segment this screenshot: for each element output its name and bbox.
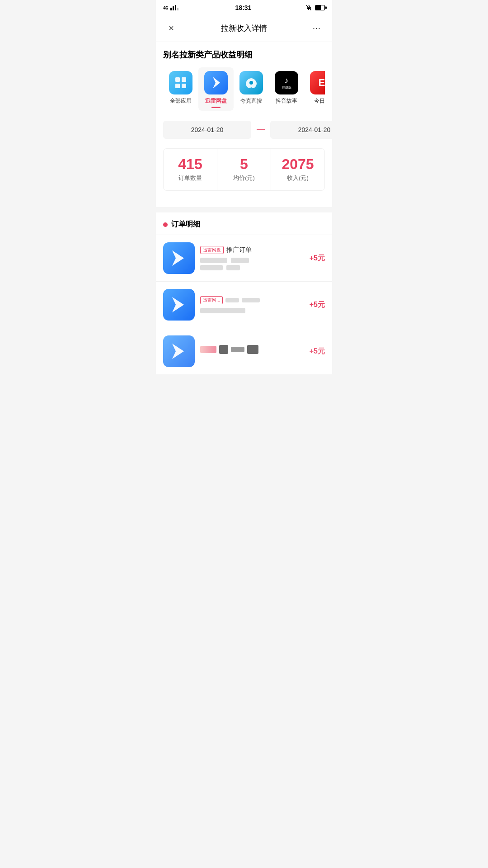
blurred-field-1 bbox=[200, 258, 227, 263]
order-title-row: 迅雷网盘 推广订单 bbox=[200, 246, 304, 254]
order-app-icon bbox=[163, 242, 195, 274]
order-title-row bbox=[200, 345, 304, 354]
order-details bbox=[200, 258, 304, 270]
revenue-value: 2075 bbox=[275, 157, 321, 171]
date-separator: — bbox=[255, 125, 267, 134]
svg-text:4G: 4G bbox=[163, 5, 168, 10]
svg-rect-4 bbox=[177, 8, 178, 10]
order-app-badge: 迅雷网盘 bbox=[200, 246, 224, 254]
tab-jinri[interactable]: E 今日... bbox=[304, 67, 325, 111]
blurred-icon-1 bbox=[219, 345, 228, 354]
svg-rect-1 bbox=[170, 8, 172, 10]
page-content: 别名拉新类产品收益明细 全部应用 迅雷网盘 bbox=[156, 42, 332, 207]
douyin-icon: ♪ 挂载版 bbox=[275, 71, 298, 94]
svg-marker-14 bbox=[172, 250, 184, 266]
order-amount: +5元 bbox=[310, 254, 325, 263]
revenue-label: 收入(元) bbox=[275, 174, 321, 182]
order-info: 迅雷网盘 推广订单 bbox=[200, 246, 304, 270]
order-count-value: 415 bbox=[167, 157, 213, 171]
svg-marker-12 bbox=[213, 77, 220, 89]
blurred-field-5 bbox=[200, 308, 245, 313]
blurred-field-2 bbox=[231, 258, 249, 263]
order-item[interactable]: 迅雷网... +5元 bbox=[156, 281, 332, 328]
order-section: 订单明细 迅雷网盘 推广订单 bbox=[156, 212, 332, 374]
svg-rect-11 bbox=[182, 84, 186, 88]
order-title-row: 迅雷网... bbox=[200, 296, 304, 304]
order-app-badge: 迅雷网... bbox=[200, 296, 223, 304]
svg-rect-6 bbox=[307, 8, 310, 9]
order-type: 推广订单 bbox=[226, 246, 252, 254]
nav-bar: × 拉新收入详情 ··· bbox=[156, 14, 332, 42]
tab-douyin-label: 抖音故事 bbox=[276, 97, 297, 105]
order-app-icon bbox=[163, 289, 195, 321]
battery-icon bbox=[315, 5, 325, 10]
section-title: 别名拉新类产品收益明细 bbox=[163, 49, 325, 60]
order-app-icon bbox=[163, 335, 195, 367]
tab-all-apps-label: 全部应用 bbox=[170, 97, 192, 105]
svg-rect-9 bbox=[182, 77, 186, 82]
svg-point-13 bbox=[249, 81, 253, 85]
order-item[interactable]: +5元 bbox=[156, 328, 332, 374]
order-list: 迅雷网盘 推广订单 +5元 bbox=[156, 235, 332, 374]
tab-jinri-label: 今日... bbox=[314, 97, 325, 105]
stat-order-count: 415 订单数量 bbox=[164, 149, 217, 190]
blurred-badge bbox=[200, 346, 216, 353]
tab-all-apps[interactable]: 全部应用 bbox=[163, 67, 198, 111]
order-section-title: 订单明细 bbox=[171, 220, 200, 229]
close-button[interactable]: × bbox=[163, 20, 179, 36]
page-title: 拉新收入详情 bbox=[221, 23, 267, 33]
app-tabs: 全部应用 迅雷网盘 夸克直搜 ♪ bbox=[163, 67, 325, 113]
order-details bbox=[200, 308, 304, 313]
active-indicator bbox=[211, 107, 221, 108]
blurred-field-3 bbox=[200, 265, 223, 270]
svg-rect-10 bbox=[175, 84, 180, 88]
svg-rect-3 bbox=[175, 5, 176, 10]
blurred-title-1 bbox=[225, 298, 239, 302]
status-bar: 4G 18:31 bbox=[156, 0, 332, 14]
stat-revenue: 2075 收入(元) bbox=[271, 149, 324, 190]
order-amount: +5元 bbox=[310, 347, 325, 356]
order-amount: +5元 bbox=[310, 300, 325, 310]
tab-douyin[interactable]: ♪ 挂载版 抖音故事 bbox=[269, 67, 304, 111]
status-icons bbox=[305, 5, 325, 11]
kuake-icon bbox=[239, 71, 263, 94]
blurred-icon-3 bbox=[247, 345, 258, 354]
order-info: 迅雷网... bbox=[200, 296, 304, 313]
mute-icon bbox=[305, 5, 312, 11]
date-filter: — 查询 bbox=[163, 120, 325, 139]
jinri-icon: E bbox=[310, 71, 325, 94]
all-apps-icon bbox=[169, 71, 192, 94]
svg-marker-16 bbox=[172, 344, 184, 359]
blurred-icon-2 bbox=[231, 347, 244, 352]
status-time: 18:31 bbox=[235, 4, 252, 11]
stat-avg-price: 5 均价(元) bbox=[217, 149, 271, 190]
avg-price-value: 5 bbox=[221, 157, 267, 171]
blurred-row-1 bbox=[200, 258, 304, 263]
order-count-label: 订单数量 bbox=[167, 174, 213, 182]
blurred-row-3 bbox=[200, 308, 304, 313]
order-info bbox=[200, 345, 304, 358]
section-divider bbox=[156, 207, 332, 211]
blurred-field-4 bbox=[226, 265, 240, 270]
signal-icon: 4G bbox=[163, 4, 181, 11]
tab-kuake[interactable]: 夸克直搜 bbox=[234, 67, 269, 111]
blurred-title-2 bbox=[242, 298, 260, 302]
order-item[interactable]: 迅雷网盘 推广订单 +5元 bbox=[156, 235, 332, 281]
tab-xunlei-label: 迅雷网盘 bbox=[205, 97, 227, 105]
avg-price-label: 均价(元) bbox=[221, 174, 267, 182]
xunlei-icon bbox=[204, 71, 228, 94]
blurred-row-2 bbox=[200, 265, 304, 270]
tab-kuake-label: 夸克直搜 bbox=[240, 97, 262, 105]
svg-marker-15 bbox=[172, 297, 184, 312]
svg-rect-8 bbox=[175, 77, 180, 82]
tab-xunlei[interactable]: 迅雷网盘 bbox=[198, 67, 234, 111]
start-date-input[interactable] bbox=[163, 121, 251, 139]
svg-rect-2 bbox=[173, 6, 174, 10]
order-section-header: 订单明细 bbox=[156, 212, 332, 235]
more-button[interactable]: ··· bbox=[309, 20, 325, 36]
red-dot-icon bbox=[163, 222, 168, 227]
stats-row: 415 订单数量 5 均价(元) 2075 收入(元) bbox=[163, 148, 325, 191]
svg-rect-7 bbox=[308, 9, 309, 10]
end-date-input[interactable] bbox=[270, 121, 332, 139]
